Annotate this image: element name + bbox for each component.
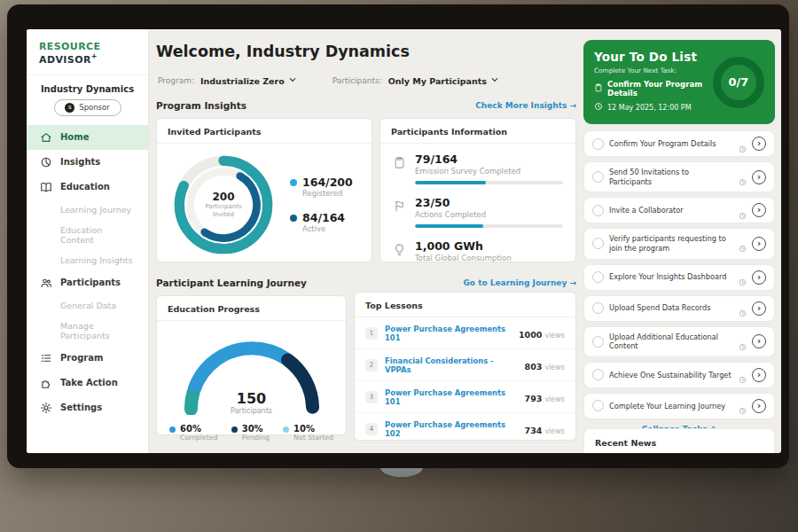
views-suffix: views [544, 395, 565, 403]
metric-value: 23/50 [415, 196, 563, 209]
todo-title: Your To Do List [594, 50, 713, 64]
sidebar-item-home[interactable]: Home [27, 125, 148, 150]
legend-dot [290, 179, 297, 186]
lesson-views: 1000 [519, 330, 542, 340]
lesson-link[interactable]: Power Purchase Agreements 102 [385, 420, 518, 438]
sidebar-item-general-data[interactable]: General Data [27, 295, 148, 316]
sidebar-item-education-content[interactable]: Education Content [27, 220, 148, 250]
top-lessons-card-title: Top Lessons [355, 293, 575, 317]
task-row: Confirm Your Program Details › [583, 130, 775, 157]
task-checkbox[interactable] [592, 271, 604, 283]
app-logo: RESOURCE ADVISOR+ [27, 29, 148, 75]
lesson-link[interactable]: Power Purchase Agreements 103 [385, 452, 518, 454]
sidebar-item-settings[interactable]: Settings [27, 395, 148, 420]
task-open-button[interactable]: › [752, 137, 766, 151]
sidebar-item-manage-participants[interactable]: Manage Participants [27, 316, 148, 346]
legend-dot [231, 426, 238, 433]
survey-icon [393, 156, 406, 169]
clock-icon [739, 273, 747, 281]
invited-participants-card-title: Invited Participants [157, 119, 372, 144]
home-icon [40, 131, 52, 144]
clock-icon [739, 207, 747, 215]
task-checkbox[interactable] [592, 238, 604, 249]
task-label: Explore Your Insights Dashboard [609, 272, 733, 282]
task-checkbox[interactable] [592, 400, 604, 411]
sidebar-item-participants[interactable]: Participants [27, 270, 148, 295]
lesson-link[interactable]: Power Purchase Agreements 101 [385, 325, 512, 342]
task-open-button[interactable]: › [752, 334, 766, 348]
task-open-button[interactable]: › [752, 170, 766, 184]
task-open-button[interactable]: › [752, 270, 766, 285]
task-label: Complete Your Learning Journey [609, 402, 733, 411]
participants-filter-value: Only My Participants [388, 76, 487, 86]
task-label: Confirm Your Program Details [609, 139, 733, 149]
lesson-row: 2 Financial Considerations - VPPAs 803vi… [355, 349, 575, 381]
gear-icon [40, 402, 52, 414]
invited-donut-chart: 200 Participants Invited [169, 151, 278, 259]
lesson-row: 1 Power Purchase Agreements 101 1000view… [355, 317, 575, 349]
task-open-button[interactable]: › [752, 368, 766, 382]
todo-due-date: 12 May 2025, 12:00 PM [607, 104, 692, 112]
lesson-views: 793 [525, 394, 543, 403]
legend-dot [290, 215, 297, 222]
logo-resource: RESOURCE [39, 41, 100, 52]
participants-filter-label: Participants: [332, 76, 382, 85]
program-filter-label: Program: [158, 76, 194, 85]
task-row: Invite a Collaborator › [583, 197, 775, 223]
education-progress-card-title: Education Progress [157, 296, 346, 321]
legend-value: 30% [242, 424, 270, 434]
todo-progress-value: 0/7 [729, 75, 749, 89]
program-filter-select[interactable]: Industrialize Zero [200, 75, 297, 86]
filter-row: Program: Industrialize Zero Participants… [158, 75, 499, 86]
lesson-rank: 4 [365, 423, 378, 435]
task-open-button[interactable]: › [752, 301, 766, 316]
lesson-link[interactable]: Financial Considerations - VPPAs [385, 356, 518, 374]
clock-icon [739, 402, 747, 410]
go-to-learning-journey-link[interactable]: Go to Learning Journey → [463, 278, 576, 287]
task-open-button[interactable]: › [752, 399, 766, 413]
task-row: Upload Additional Educational Content › [583, 326, 775, 357]
task-checkbox[interactable] [592, 205, 604, 216]
insights-icon [40, 156, 52, 168]
task-checkbox[interactable] [592, 336, 604, 348]
check-more-insights-link[interactable]: Check More Insights → [475, 101, 576, 110]
progress-fill [415, 181, 486, 184]
sidebar-item-take-action[interactable]: Take Action [27, 371, 148, 395]
sidebar-item-insights[interactable]: Insights [27, 150, 148, 175]
lesson-link[interactable]: Power Purchase Agreements 101 [385, 388, 518, 406]
task-open-button[interactable]: › [752, 203, 766, 217]
sidebar-item-program[interactable]: Program [27, 346, 148, 371]
sidebar-item-learning-insights[interactable]: Learning Insights [27, 250, 148, 270]
task-open-button[interactable]: › [752, 237, 766, 251]
consumption-row: 1,000 GWh Total Global Consumption [393, 239, 563, 262]
invited-participants-card: Invited Participants 200 Participants In… [156, 118, 372, 262]
metric-value: 1,000 GWh [415, 239, 563, 253]
sidebar-item-learning-journey[interactable]: Learning Journey [27, 200, 148, 220]
clock-icon [739, 140, 747, 148]
task-checkbox[interactable] [592, 171, 604, 183]
task-label: Achieve One Sustainability Target [609, 371, 733, 380]
lightbulb-icon [393, 243, 406, 256]
views-suffix: views [544, 427, 565, 435]
legend-pending: 30% Pending [231, 424, 270, 442]
task-checkbox[interactable] [592, 369, 604, 380]
views-suffix: views [544, 364, 565, 372]
task-checkbox[interactable] [592, 302, 604, 314]
views-suffix: views [544, 332, 565, 340]
legend-completed: 60% Completed [169, 424, 218, 442]
task-checkbox[interactable] [592, 138, 604, 150]
emission-survey-row: 79/164 Emission Survey Completed [393, 153, 563, 184]
sidebar-item-education[interactable]: Education [27, 175, 148, 200]
metric-value: 79/164 [415, 153, 563, 166]
page-title: Welcome, Industry Dynamics [156, 43, 410, 60]
learning-journey-title: Participant Learning Journey [156, 278, 307, 288]
logo-plus: + [91, 52, 98, 60]
donut-center-label: Participants Invited [198, 203, 249, 219]
metric-label: Emission Survey Completed [415, 167, 563, 176]
participants-filter-select[interactable]: Only My Participants [388, 75, 499, 86]
sidebar-item-label: Insights [60, 157, 100, 167]
legend-dot [169, 426, 176, 433]
task-row: Achieve One Sustainability Target › [583, 362, 775, 388]
lesson-rank: 3 [365, 391, 378, 403]
metric-label: Actions Completed [415, 210, 563, 219]
